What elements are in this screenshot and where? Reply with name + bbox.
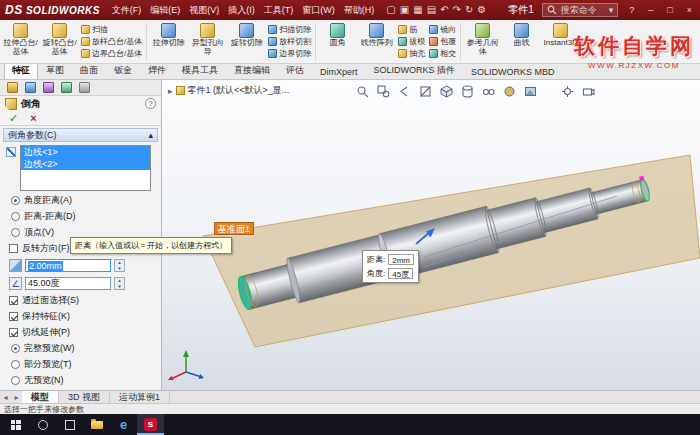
keep-features-checkbox[interactable]: 保持特征(K) xyxy=(4,310,157,323)
partial-preview-radio[interactable]: 部分预览(T) xyxy=(4,358,157,371)
tab-solidworks-add-ins[interactable]: SOLIDWORKS 插件 xyxy=(366,62,464,79)
distance-spinner[interactable]: ▴ ▾ xyxy=(114,259,125,272)
curves-button[interactable]: 曲线 xyxy=(503,21,540,62)
tab-dimxpert[interactable]: DimXpert xyxy=(312,65,366,79)
rib-button[interactable]: 筋 xyxy=(398,23,425,35)
tangent-propagation-checkbox[interactable]: 切线延伸(P) xyxy=(4,326,157,339)
previous-view-icon[interactable] xyxy=(397,84,412,99)
hide-show-items-icon[interactable] xyxy=(481,84,496,99)
minimize-button[interactable]: – xyxy=(645,5,656,15)
angle-distance-radio[interactable]: 角度距离(A) xyxy=(4,194,157,207)
feature-manager-tab-icon[interactable] xyxy=(7,82,18,93)
menu-insert[interactable]: 插入(I) xyxy=(224,2,259,19)
new-document-icon[interactable]: ▢ xyxy=(386,5,395,15)
no-preview-radio[interactable]: 无预览(N) xyxy=(4,374,157,387)
tab-solidworks-mbd[interactable]: SOLIDWORKS MBD xyxy=(463,65,563,79)
tab-model[interactable]: 模型 xyxy=(22,391,59,403)
property-manager-tab-icon[interactable] xyxy=(25,82,36,93)
tab-scroll-left-icon[interactable]: ◂ xyxy=(0,391,11,403)
edit-appearance-icon[interactable] xyxy=(502,84,517,99)
spin-down-icon[interactable]: ▾ xyxy=(115,284,124,290)
ok-button[interactable]: ✓ xyxy=(9,112,18,125)
tab-sketch[interactable]: 草图 xyxy=(38,62,72,79)
menu-edit[interactable]: 编辑(E) xyxy=(146,2,184,19)
reference-geometry-button[interactable]: 参考几何体 xyxy=(464,21,501,62)
distance-distance-radio[interactable]: 距离-距离(D) xyxy=(4,210,157,223)
lofted-cut-button[interactable]: 放样切割 xyxy=(268,35,311,47)
pm-help-icon[interactable]: ? xyxy=(145,98,156,109)
tab-sheet-metal[interactable]: 钣金 xyxy=(106,62,140,79)
print-icon[interactable]: ▤ xyxy=(427,5,436,15)
revolve-cut-button[interactable]: 旋转切除 xyxy=(228,21,265,62)
tab-mold-tools[interactable]: 模具工具 xyxy=(174,62,226,79)
tab-evaluate[interactable]: 评估 xyxy=(278,62,312,79)
fillet-button[interactable]: 圆角 xyxy=(319,21,356,62)
tree-root-label[interactable]: 零件1 (默认<<默认>_显... xyxy=(188,84,290,97)
file-explorer-button[interactable] xyxy=(83,414,110,435)
cancel-button[interactable]: × xyxy=(30,112,36,124)
tab-motion-study[interactable]: 运动算例1 xyxy=(110,391,170,403)
swept-cut-button[interactable]: 扫描切除 xyxy=(268,23,311,35)
tab-surfaces[interactable]: 曲面 xyxy=(72,62,106,79)
select-through-faces-checkbox[interactable]: 通过面选择(S) xyxy=(4,294,157,307)
angle-input[interactable]: 45.00度 xyxy=(25,277,111,290)
swept-boss-button[interactable]: 扫描 xyxy=(81,23,142,35)
revolve-boss-button[interactable]: 旋转凸台/基体 xyxy=(41,21,78,62)
distance-input[interactable]: 2.00mm xyxy=(25,259,111,272)
menu-tools[interactable]: 工具(T) xyxy=(260,2,298,19)
spin-down-icon[interactable]: ▾ xyxy=(115,266,124,272)
lofted-boss-button[interactable]: 放样凸台/基体 xyxy=(81,35,142,47)
menu-file[interactable]: 文件(F) xyxy=(108,2,146,19)
command-search[interactable]: 搜索命令 ▾ xyxy=(542,3,618,17)
open-document-icon[interactable]: ▣ xyxy=(400,5,409,15)
list-item[interactable]: 边线<1> xyxy=(21,146,150,158)
flyout-feature-tree[interactable]: ▸ 零件1 (默认<<默认>_显... xyxy=(168,84,289,97)
section-view-icon[interactable] xyxy=(418,84,433,99)
cortana-button[interactable] xyxy=(29,414,56,435)
edge-selection-list[interactable]: 边线<1> 边线<2> xyxy=(20,145,151,191)
draft-button[interactable]: 拔模 xyxy=(398,35,425,47)
hole-wizard-button[interactable]: 异型孔向导 xyxy=(189,21,226,62)
options-gear-icon[interactable]: ⚙ xyxy=(477,5,486,15)
angle-spinner[interactable]: ▴ ▾ xyxy=(114,277,125,290)
graphics-viewport[interactable]: ▸ 零件1 (默认<<默认>_显... xyxy=(162,80,700,390)
tab-weldments[interactable]: 焊件 xyxy=(140,62,174,79)
boundary-cut-button[interactable]: 边界切除 xyxy=(268,48,311,60)
extrude-boss-button[interactable]: 拉伸凸台/基体 xyxy=(2,21,39,62)
maximize-button[interactable]: □ xyxy=(664,5,675,15)
wrap-button[interactable]: 包覆 xyxy=(429,35,456,47)
chamfer-callout[interactable]: 距离: 2mm 角度: 45度 xyxy=(362,250,419,283)
configuration-manager-tab-icon[interactable] xyxy=(43,82,54,93)
tab-features[interactable]: 特征 xyxy=(4,62,38,79)
chamfer-parameters-group[interactable]: 倒角参数(C) ▴ xyxy=(3,128,158,142)
view-orientation-icon[interactable] xyxy=(439,84,454,99)
menu-view[interactable]: 视图(V) xyxy=(185,2,223,19)
apply-scene-icon[interactable] xyxy=(523,84,538,99)
save-icon[interactable]: ▦ xyxy=(413,5,422,15)
tab-direct-editing[interactable]: 直接编辑 xyxy=(226,62,278,79)
zoom-area-icon[interactable] xyxy=(376,84,391,99)
mirror-button[interactable]: 镜向 xyxy=(429,23,456,35)
solidworks-taskbar-button[interactable]: S xyxy=(137,414,164,435)
redo-icon[interactable]: ↷ xyxy=(453,5,461,15)
undo-icon[interactable]: ↶ xyxy=(440,5,448,15)
linear-pattern-button[interactable]: 线性阵列 xyxy=(358,21,395,62)
display-style-icon[interactable] xyxy=(460,84,475,99)
help-button[interactable]: ? xyxy=(626,5,637,15)
tab-scroll-right-icon[interactable]: ▸ xyxy=(11,391,22,403)
rebuild-icon[interactable]: ↻ xyxy=(465,5,473,15)
list-item[interactable]: 边线<2> xyxy=(21,158,150,170)
full-preview-radio[interactable]: 完整预览(W) xyxy=(4,342,157,355)
view-settings-icon[interactable] xyxy=(560,84,575,99)
tree-caret-icon[interactable]: ▸ xyxy=(168,86,173,96)
task-view-button[interactable] xyxy=(56,414,83,435)
tab-3d-views[interactable]: 3D 视图 xyxy=(59,391,110,403)
datum-plane-label[interactable]: 基准面1 xyxy=(214,222,254,235)
boundary-boss-button[interactable]: 边界凸台/基体 xyxy=(81,48,142,60)
menu-help[interactable]: 帮助(H) xyxy=(340,2,379,19)
intersect-button[interactable]: 相交 xyxy=(429,48,456,60)
dimxpert-manager-tab-icon[interactable] xyxy=(61,82,72,93)
start-button[interactable] xyxy=(2,414,29,435)
menu-window[interactable]: 窗口(W) xyxy=(298,2,339,19)
edge-browser-button[interactable]: e xyxy=(110,414,137,435)
